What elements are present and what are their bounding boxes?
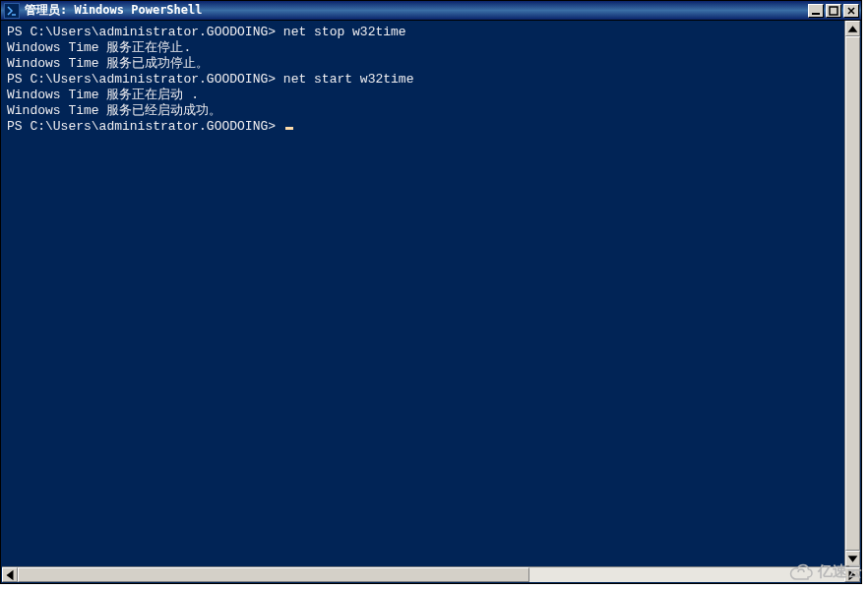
horizontal-scrollbar[interactable]	[2, 566, 860, 582]
scroll-right-button[interactable]	[844, 567, 860, 582]
scrollbar-track-vertical[interactable]	[845, 36, 860, 551]
svg-rect-1	[830, 7, 837, 15]
terminal-output[interactable]: PS C:\Users\administrator.GOODOING> net …	[1, 21, 861, 583]
svg-rect-0	[812, 13, 820, 15]
scrollbar-thumb-horizontal[interactable]	[18, 567, 529, 582]
scrollbar-track-horizontal[interactable]	[18, 567, 844, 582]
output-line: Windows Time 服务正在停止.	[7, 40, 855, 56]
command-text: net stop w32time	[276, 25, 406, 39]
window-title: 管理员: Windows PowerShell	[25, 2, 203, 19]
command-text: net start w32time	[276, 72, 413, 87]
titlebar[interactable]: 管理员: Windows PowerShell	[1, 1, 861, 21]
command-text	[276, 119, 283, 134]
vertical-scrollbar[interactable]	[844, 21, 860, 566]
output-line: Windows Time 服务正在启动 .	[7, 88, 855, 103]
close-button[interactable]	[843, 4, 859, 18]
output-line: Windows Time 服务已经启动成功。	[7, 103, 855, 119]
minimize-button[interactable]	[808, 4, 824, 18]
scrollbar-thumb-vertical[interactable]	[845, 36, 860, 551]
scroll-left-button[interactable]	[2, 567, 18, 582]
maximize-button[interactable]	[826, 4, 841, 18]
powershell-icon	[4, 3, 20, 19]
cursor	[285, 127, 293, 130]
prompt: PS C:\Users\administrator.GOODOING>	[7, 25, 276, 39]
scroll-up-button[interactable]	[845, 21, 860, 36]
prompt: PS C:\Users\administrator.GOODOING>	[7, 119, 276, 134]
prompt: PS C:\Users\administrator.GOODOING>	[7, 72, 276, 87]
window-controls	[806, 1, 861, 20]
powershell-window: 管理员: Windows PowerShell PS C:\Users\admi…	[0, 0, 862, 584]
output-line: Windows Time 服务已成功停止。	[7, 56, 855, 72]
scroll-down-button[interactable]	[845, 551, 860, 566]
